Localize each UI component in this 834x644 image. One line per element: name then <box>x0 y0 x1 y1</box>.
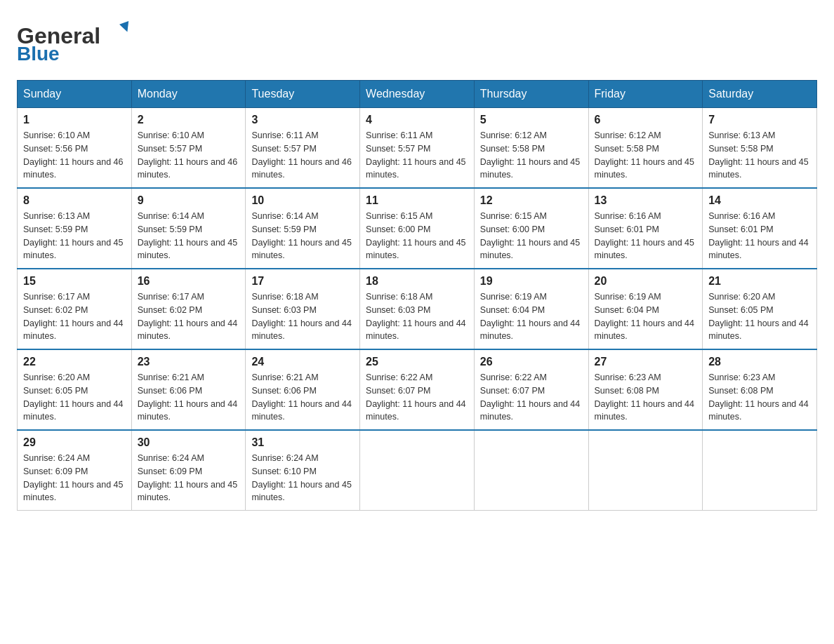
day-number: 17 <box>251 275 354 288</box>
day-info: Sunrise: 6:24 AM Sunset: 6:09 PM Dayligh… <box>138 452 240 504</box>
calendar-cell: 5 Sunrise: 6:12 AM Sunset: 5:58 PM Dayli… <box>474 108 588 189</box>
svg-marker-1 <box>119 21 129 34</box>
calendar-cell: 22 Sunrise: 6:20 AM Sunset: 6:05 PM Dayl… <box>18 349 132 430</box>
calendar-cell: 10 Sunrise: 6:14 AM Sunset: 5:59 PM Dayl… <box>246 188 360 269</box>
day-info: Sunrise: 6:11 AM Sunset: 5:57 PM Dayligh… <box>366 129 468 182</box>
day-number: 2 <box>138 114 240 126</box>
day-info: Sunrise: 6:20 AM Sunset: 6:05 PM Dayligh… <box>708 290 811 343</box>
calendar-cell: 2 Sunrise: 6:10 AM Sunset: 5:57 PM Dayli… <box>131 108 246 189</box>
day-number: 14 <box>708 194 811 207</box>
weekday-header-row: SundayMondayTuesdayWednesdayThursdayFrid… <box>18 81 817 108</box>
day-info: Sunrise: 6:24 AM Sunset: 6:09 PM Dayligh… <box>23 452 126 504</box>
day-number: 13 <box>595 194 697 207</box>
calendar-week-row: 22 Sunrise: 6:20 AM Sunset: 6:05 PM Dayl… <box>18 349 817 430</box>
calendar-cell: 28 Sunrise: 6:23 AM Sunset: 6:08 PM Dayl… <box>703 349 817 430</box>
day-number: 29 <box>23 436 126 449</box>
calendar-cell: 30 Sunrise: 6:24 AM Sunset: 6:09 PM Dayl… <box>131 430 246 511</box>
calendar-cell: 15 Sunrise: 6:17 AM Sunset: 6:02 PM Dayl… <box>18 269 132 349</box>
calendar-cell: 24 Sunrise: 6:21 AM Sunset: 6:06 PM Dayl… <box>246 349 360 430</box>
day-number: 9 <box>138 194 240 207</box>
day-number: 22 <box>23 356 126 368</box>
day-number: 28 <box>708 356 811 368</box>
calendar-cell: 6 Sunrise: 6:12 AM Sunset: 5:58 PM Dayli… <box>588 108 703 189</box>
calendar-cell: 3 Sunrise: 6:11 AM Sunset: 5:57 PM Dayli… <box>246 108 360 189</box>
calendar-table: SundayMondayTuesdayWednesdayThursdayFrid… <box>17 80 817 511</box>
logo: General Blue <box>17 17 129 66</box>
day-number: 11 <box>366 194 468 207</box>
calendar-cell: 1 Sunrise: 6:10 AM Sunset: 5:56 PM Dayli… <box>18 108 132 189</box>
day-info: Sunrise: 6:19 AM Sunset: 6:04 PM Dayligh… <box>480 290 583 343</box>
day-info: Sunrise: 6:15 AM Sunset: 6:00 PM Dayligh… <box>480 210 583 262</box>
day-info: Sunrise: 6:12 AM Sunset: 5:58 PM Dayligh… <box>480 129 583 182</box>
day-number: 15 <box>23 275 126 288</box>
calendar-cell <box>588 430 703 511</box>
day-info: Sunrise: 6:16 AM Sunset: 6:01 PM Dayligh… <box>708 210 811 262</box>
weekday-header-thursday: Thursday <box>474 81 588 108</box>
day-info: Sunrise: 6:23 AM Sunset: 6:08 PM Dayligh… <box>595 371 697 424</box>
calendar-cell: 4 Sunrise: 6:11 AM Sunset: 5:57 PM Dayli… <box>360 108 475 189</box>
calendar-cell: 25 Sunrise: 6:22 AM Sunset: 6:07 PM Dayl… <box>360 349 475 430</box>
day-number: 16 <box>138 275 240 288</box>
calendar-cell: 16 Sunrise: 6:17 AM Sunset: 6:02 PM Dayl… <box>131 269 246 349</box>
day-info: Sunrise: 6:18 AM Sunset: 6:03 PM Dayligh… <box>251 290 354 343</box>
day-number: 7 <box>708 114 811 126</box>
weekday-header-wednesday: Wednesday <box>360 81 475 108</box>
calendar-cell: 14 Sunrise: 6:16 AM Sunset: 6:01 PM Dayl… <box>703 188 817 269</box>
day-info: Sunrise: 6:14 AM Sunset: 5:59 PM Dayligh… <box>138 210 240 262</box>
day-number: 21 <box>708 275 811 288</box>
day-info: Sunrise: 6:17 AM Sunset: 6:02 PM Dayligh… <box>138 290 240 343</box>
day-info: Sunrise: 6:20 AM Sunset: 6:05 PM Dayligh… <box>23 371 126 424</box>
day-number: 18 <box>366 275 468 288</box>
calendar-cell: 29 Sunrise: 6:24 AM Sunset: 6:09 PM Dayl… <box>18 430 132 511</box>
day-number: 25 <box>366 356 468 368</box>
day-number: 6 <box>595 114 697 126</box>
svg-text:Blue: Blue <box>17 43 60 65</box>
day-number: 26 <box>480 356 583 368</box>
weekday-header-friday: Friday <box>588 81 703 108</box>
day-number: 10 <box>251 194 354 207</box>
weekday-header-tuesday: Tuesday <box>246 81 360 108</box>
calendar-cell: 19 Sunrise: 6:19 AM Sunset: 6:04 PM Dayl… <box>474 269 588 349</box>
day-info: Sunrise: 6:23 AM Sunset: 6:08 PM Dayligh… <box>708 371 811 424</box>
weekday-header-monday: Monday <box>131 81 246 108</box>
calendar-cell: 18 Sunrise: 6:18 AM Sunset: 6:03 PM Dayl… <box>360 269 475 349</box>
day-info: Sunrise: 6:12 AM Sunset: 5:58 PM Dayligh… <box>595 129 697 182</box>
day-info: Sunrise: 6:18 AM Sunset: 6:03 PM Dayligh… <box>366 290 468 343</box>
day-number: 30 <box>138 436 240 449</box>
calendar-cell: 7 Sunrise: 6:13 AM Sunset: 5:58 PM Dayli… <box>703 108 817 189</box>
day-info: Sunrise: 6:24 AM Sunset: 6:10 PM Dayligh… <box>251 452 354 504</box>
weekday-header-sunday: Sunday <box>18 81 132 108</box>
day-info: Sunrise: 6:11 AM Sunset: 5:57 PM Dayligh… <box>251 129 354 182</box>
day-info: Sunrise: 6:21 AM Sunset: 6:06 PM Dayligh… <box>138 371 240 424</box>
calendar-cell: 31 Sunrise: 6:24 AM Sunset: 6:10 PM Dayl… <box>246 430 360 511</box>
day-info: Sunrise: 6:16 AM Sunset: 6:01 PM Dayligh… <box>595 210 697 262</box>
day-info: Sunrise: 6:17 AM Sunset: 6:02 PM Dayligh… <box>23 290 126 343</box>
day-info: Sunrise: 6:10 AM Sunset: 5:57 PM Dayligh… <box>138 129 240 182</box>
page-header: General Blue <box>17 17 817 66</box>
day-number: 19 <box>480 275 583 288</box>
calendar-cell: 17 Sunrise: 6:18 AM Sunset: 6:03 PM Dayl… <box>246 269 360 349</box>
calendar-cell <box>703 430 817 511</box>
day-number: 20 <box>595 275 697 288</box>
day-info: Sunrise: 6:15 AM Sunset: 6:00 PM Dayligh… <box>366 210 468 262</box>
day-number: 27 <box>595 356 697 368</box>
day-number: 23 <box>138 356 240 368</box>
calendar-week-row: 29 Sunrise: 6:24 AM Sunset: 6:09 PM Dayl… <box>18 430 817 511</box>
calendar-cell <box>474 430 588 511</box>
calendar-cell: 26 Sunrise: 6:22 AM Sunset: 6:07 PM Dayl… <box>474 349 588 430</box>
calendar-cell: 9 Sunrise: 6:14 AM Sunset: 5:59 PM Dayli… <box>131 188 246 269</box>
day-number: 1 <box>23 114 126 126</box>
weekday-header-saturday: Saturday <box>703 81 817 108</box>
calendar-week-row: 1 Sunrise: 6:10 AM Sunset: 5:56 PM Dayli… <box>18 108 817 189</box>
day-info: Sunrise: 6:14 AM Sunset: 5:59 PM Dayligh… <box>251 210 354 262</box>
calendar-cell: 11 Sunrise: 6:15 AM Sunset: 6:00 PM Dayl… <box>360 188 475 269</box>
calendar-cell: 20 Sunrise: 6:19 AM Sunset: 6:04 PM Dayl… <box>588 269 703 349</box>
day-info: Sunrise: 6:21 AM Sunset: 6:06 PM Dayligh… <box>251 371 354 424</box>
calendar-cell: 27 Sunrise: 6:23 AM Sunset: 6:08 PM Dayl… <box>588 349 703 430</box>
day-number: 12 <box>480 194 583 207</box>
day-info: Sunrise: 6:22 AM Sunset: 6:07 PM Dayligh… <box>480 371 583 424</box>
day-number: 31 <box>251 436 354 449</box>
day-number: 5 <box>480 114 583 126</box>
calendar-week-row: 15 Sunrise: 6:17 AM Sunset: 6:02 PM Dayl… <box>18 269 817 349</box>
calendar-cell: 13 Sunrise: 6:16 AM Sunset: 6:01 PM Dayl… <box>588 188 703 269</box>
